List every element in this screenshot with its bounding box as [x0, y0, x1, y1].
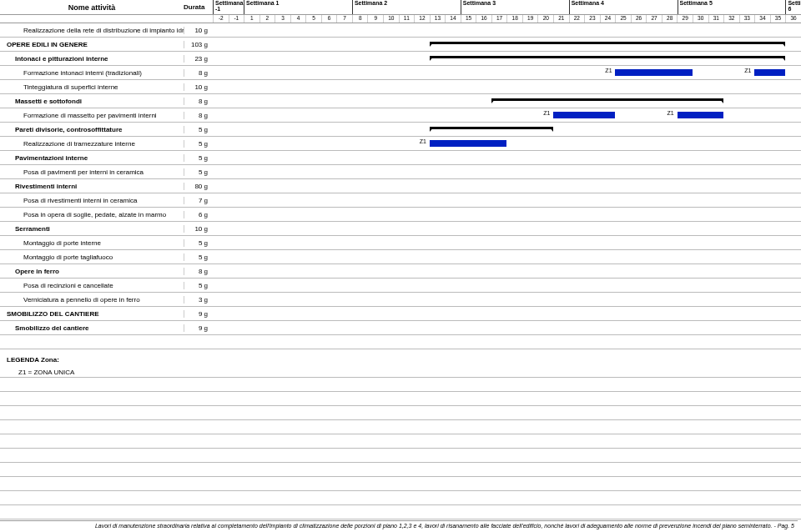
task-name: Pareti divisorie, controsoffittature — [0, 126, 184, 133]
day-header: -1 — [229, 15, 244, 23]
gantt-cell — [213, 208, 801, 221]
task-row: Opere in ferro8 g — [0, 264, 801, 279]
gantt-cell — [213, 193, 801, 207]
day-header: 31 — [708, 15, 724, 23]
task-duration: 6 g — [184, 211, 213, 218]
day-header: 32 — [723, 15, 739, 23]
gantt-cell — [213, 307, 801, 320]
task-name: Formazione di massetto per pavimenti int… — [0, 112, 184, 119]
gantt-cell — [213, 179, 801, 193]
task-name: OPERE EDILI IN GENERE — [0, 41, 184, 48]
task-row: Pareti divisorie, controsoffittature5 g — [0, 123, 801, 137]
task-duration: 5 g — [184, 253, 213, 261]
gantt-cell: Z1Z1 — [213, 108, 801, 122]
summary-bar — [491, 98, 723, 101]
day-header: 26 — [631, 15, 647, 23]
empty-row — [0, 505, 801, 519]
task-name: Posa in opera di soglie, pedate, alzate … — [0, 211, 184, 218]
empty-row — [0, 378, 801, 392]
task-duration: 8 g — [184, 268, 213, 275]
task-bar — [678, 112, 724, 118]
day-header: 17 — [491, 15, 507, 23]
gantt-cell — [213, 80, 801, 93]
empty-row — [0, 491, 801, 505]
task-duration: 8 g — [184, 98, 213, 105]
day-header: 5 — [305, 15, 321, 23]
task-row: Posa di rivestimenti interni in ceramica… — [0, 193, 801, 208]
task-row: Rivestimenti interni80 g — [0, 179, 801, 193]
gantt-cell — [213, 264, 801, 278]
task-row: Realizzazione della rete di distribuzion… — [0, 23, 801, 38]
day-header: 25 — [615, 15, 631, 23]
day-header: 3 — [275, 15, 290, 23]
empty-row — [0, 449, 801, 463]
gantt-cell — [213, 321, 801, 334]
bar-label: Z1 — [420, 138, 426, 144]
task-duration: 8 g — [184, 112, 213, 119]
task-name: Pavimentazioni interne — [0, 154, 184, 162]
task-row: Realizzazione di tramezzature interne5 g… — [0, 137, 801, 151]
day-header: 28 — [662, 15, 678, 23]
days-row: -2-1123456789101112131415161718192021222… — [0, 15, 801, 23]
legend: LEGENDA Zona:Z1 = ZONA UNICA — [0, 349, 74, 376]
gantt-cell — [213, 94, 801, 108]
task-name: SMOBILIZZO DEL CANTIERE — [0, 310, 184, 318]
day-header: 33 — [739, 15, 755, 23]
day-header: 34 — [754, 15, 770, 23]
bar-label: Z1 — [543, 110, 550, 116]
day-header: 8 — [352, 15, 368, 23]
page-footer: Lavori di manutenzione straordinaria rel… — [0, 520, 798, 530]
task-name: Intonaci e pitturazioni interne — [0, 55, 184, 63]
week-header: Settimana 4 — [569, 0, 678, 14]
day-header: 15 — [461, 15, 476, 23]
gantt-cell — [213, 250, 801, 263]
task-bar — [615, 69, 693, 76]
task-duration: 5 g — [184, 140, 213, 148]
gantt-cell — [213, 123, 801, 136]
task-row: Formazione di massetto per pavimenti int… — [0, 108, 801, 123]
empty-row — [0, 463, 801, 477]
task-duration: 5 g — [184, 154, 213, 162]
task-duration: 23 g — [184, 55, 213, 63]
day-header: 27 — [646, 15, 662, 23]
summary-bar — [430, 127, 553, 129]
col-header-name: Nome attività — [0, 0, 184, 14]
day-header: 29 — [677, 15, 693, 23]
day-header: 24 — [600, 15, 616, 23]
task-row: Smobilizzo del cantiere9 g — [0, 321, 801, 335]
task-row: Posa di recinzioni e cancellate5 g — [0, 279, 801, 293]
task-row: OPERE EDILI IN GENERE103 g — [0, 38, 801, 52]
task-duration: 9 g — [184, 310, 213, 318]
week-header: Settimana 6 — [785, 0, 801, 14]
week-header: Settimana -1 — [213, 0, 244, 14]
task-name: Realizzazione della rete di distribuzion… — [0, 27, 184, 34]
gantt-cell — [213, 151, 801, 164]
week-header: Settimana 3 — [461, 0, 569, 14]
task-name: Serramenti — [0, 225, 184, 233]
week-headers: Settimana -1Settimana 1Settimana 2Settim… — [213, 0, 801, 14]
task-bar — [430, 140, 507, 147]
gantt-cell — [213, 23, 801, 37]
task-bar — [553, 112, 615, 118]
day-header: 7 — [336, 15, 352, 23]
col-header-duration: Durata — [184, 0, 213, 14]
task-duration: 3 g — [184, 296, 213, 304]
day-header: 23 — [584, 15, 600, 23]
task-row: Montaggio di porte interne5 g — [0, 236, 801, 250]
task-row: Posa in opera di soglie, pedate, alzate … — [0, 208, 801, 222]
task-name: Verniciatura a pennello di opere in ferr… — [0, 296, 184, 304]
day-header: 20 — [537, 15, 553, 23]
empty-row — [0, 434, 801, 449]
gantt-rows: Realizzazione della rete di distribuzion… — [0, 23, 801, 532]
day-header: 21 — [553, 15, 569, 23]
task-duration: 5 g — [184, 126, 213, 133]
task-row: Intonaci e pitturazioni interne23 g — [0, 52, 801, 66]
gantt-cell: Z1 — [213, 137, 801, 150]
task-name: Montaggio di porte tagliafuoco — [0, 253, 184, 261]
summary-bar — [430, 42, 786, 44]
task-bar — [754, 69, 785, 76]
task-row: Massetti e sottofondi8 g — [0, 94, 801, 108]
day-header: 12 — [414, 15, 430, 23]
day-header: 1 — [244, 15, 259, 23]
task-name: Posa di pavimenti per interni in ceramic… — [0, 168, 184, 176]
